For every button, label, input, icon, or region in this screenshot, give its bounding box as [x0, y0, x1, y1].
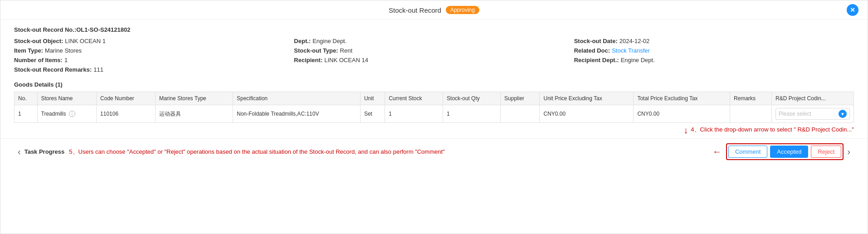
related-doc-label: Related Doc: [574, 47, 610, 54]
stock-out-object-field: Stock-out Object: LINK OCEAN 1 [14, 38, 294, 44]
number-of-items-value: 1 [64, 57, 68, 63]
footer-action-buttons: Comment Accepted Reject [726, 143, 844, 160]
status-badge: Approving [446, 6, 479, 14]
cell-rd-project[interactable]: Please select ▼ [772, 105, 854, 123]
annotation-area: ↓ 4、Click the drop-down arrow to select … [0, 123, 868, 135]
col-no: No. [15, 92, 38, 105]
rd-project-select[interactable]: Please select ▼ [775, 108, 850, 120]
cell-marine-stores-type: 运动器具 [155, 105, 233, 123]
record-no: Stock-out Record No.:OL1-SO-S24121802 [14, 26, 854, 33]
table-header-row: No. Stores Name Code Number Marine Store… [15, 92, 854, 105]
goods-title: Goods Details (1) [14, 81, 854, 88]
table-row: 1 Treadmills i 110106 运动器具 Non-Foldable … [15, 105, 854, 123]
related-doc-field: Related Doc: Stock Transfer [574, 47, 854, 54]
header: Stock-out Record Approving ✕ [0, 0, 868, 20]
related-doc-value[interactable]: Stock Transfer [612, 47, 650, 54]
dropdown-arrow-icon[interactable]: ▼ [839, 110, 847, 118]
recipient-label: Recipient: [294, 57, 322, 63]
item-type-field: Item Type: Marine Stores [14, 47, 294, 54]
remarks-row: Stock-out Record Remarks: 111 [14, 66, 854, 73]
info-icon[interactable]: i [69, 111, 75, 117]
accepted-button[interactable]: Accepted [770, 146, 808, 158]
remarks-value: 111 [93, 66, 103, 73]
stock-out-date-value: 2024-12-02 [619, 38, 650, 44]
stock-out-object-value: LINK OCEAN 1 [65, 38, 106, 44]
col-unit-price: Unit Price Excluding Tax [540, 92, 634, 105]
number-of-items-field: Number of Items: 1 [14, 57, 294, 63]
info-section: Stock-out Record No.:OL1-SO-S24121802 St… [0, 20, 868, 81]
footer-annotation-arrow-icon: ← [712, 146, 722, 157]
recipient-dept-field: Recipient Dept.: Engine Dept. [574, 57, 854, 63]
stock-out-type-field: Stock-out Type: Rent [294, 47, 574, 54]
stock-out-date-field: Stock-out Date: 2024-12-02 [574, 38, 854, 44]
record-no-value: OL1-SO-S24121802 [76, 26, 130, 33]
close-button[interactable]: ✕ [847, 4, 858, 16]
footer: ‹ Task Progress 5、Users can choose "Acce… [0, 138, 868, 165]
info-grid: Stock-out Object: LINK OCEAN 1 Dept.: En… [14, 38, 854, 63]
stock-out-object-label: Stock-out Object: [14, 38, 63, 44]
col-supplier: Supplier [501, 92, 540, 105]
comment-button[interactable]: Comment [728, 146, 767, 158]
number-of-items-label: Number of Items: [14, 57, 63, 63]
col-current-stock: Current Stock [385, 92, 443, 105]
col-unit: Unit [360, 92, 385, 105]
stock-out-type-value: Rent [340, 47, 352, 54]
cell-specification: Non-Foldable Treadmills,AC:110V [233, 105, 360, 123]
reject-button[interactable]: Reject [811, 146, 841, 158]
cell-supplier [501, 105, 540, 123]
footer-annotation-step5: 5、Users can choose "Accepted" or "Reject… [69, 148, 711, 156]
annotation-arrow-icon: ↓ [683, 126, 688, 135]
dept-label: Dept.: [294, 38, 311, 44]
col-remarks: Remarks [730, 92, 772, 105]
nav-next-button[interactable]: › [844, 146, 854, 157]
stock-out-date-label: Stock-out Date: [574, 38, 618, 44]
dept-field: Dept.: Engine Dept. [294, 38, 574, 44]
recipient-field: Recipient: LINK OCEAN 14 [294, 57, 574, 63]
cell-stores-name: Treadmills i [37, 105, 97, 123]
dept-value: Engine Dept. [312, 38, 346, 44]
recipient-dept-value: Engine Dept. [621, 57, 655, 63]
item-type-value: Marine Stores [45, 47, 82, 54]
col-stock-out-qty: Stock-out Qty [443, 92, 501, 105]
remarks-label: Stock-out Record Remarks: [14, 66, 92, 73]
goods-section: Goods Details (1) No. Stores Name Code N… [0, 81, 868, 123]
cell-total-price: CNY0.00 [634, 105, 730, 123]
nav-prev-button[interactable]: ‹ [14, 146, 24, 157]
recipient-dept-label: Recipient Dept.: [574, 57, 619, 63]
col-marine-stores-type: Marine Stores Type [155, 92, 233, 105]
col-rd-project: R&D Project Codin... [772, 92, 854, 105]
annotation-step4: 4、Click the drop-down arrow to select " … [691, 126, 854, 134]
cell-stock-out-qty: 1 [443, 105, 501, 123]
col-stores-name: Stores Name [37, 92, 97, 105]
task-progress-label: Task Progress [24, 148, 65, 155]
header-title: Stock-out Record [389, 6, 441, 14]
cell-current-stock: 1 [385, 105, 443, 123]
select-placeholder-text: Please select [779, 111, 811, 117]
item-type-label: Item Type: [14, 47, 43, 54]
record-no-label: Stock-out Record No.: [14, 26, 76, 33]
cell-unit: Set [360, 105, 385, 123]
cell-remarks [730, 105, 772, 123]
col-specification: Specification [233, 92, 360, 105]
cell-unit-price: CNY0.00 [540, 105, 634, 123]
cell-code-number: 110106 [97, 105, 156, 123]
col-total-price: Total Price Excluding Tax [634, 92, 730, 105]
cell-no: 1 [15, 105, 38, 123]
goods-table: No. Stores Name Code Number Marine Store… [14, 92, 854, 123]
col-code-number: Code Number [97, 92, 156, 105]
recipient-value: LINK OCEAN 14 [324, 57, 368, 63]
stock-out-type-label: Stock-out Type: [294, 47, 338, 54]
